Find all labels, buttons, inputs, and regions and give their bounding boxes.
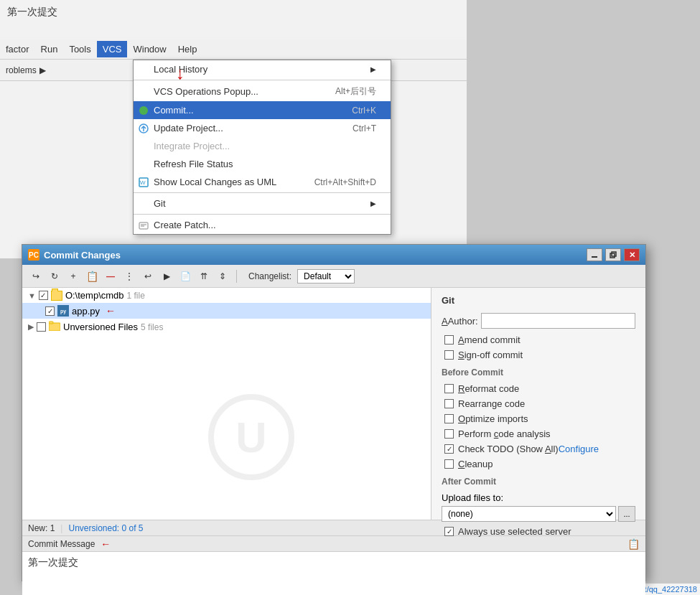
toolbar-problems[interactable]: roblems bbox=[6, 65, 37, 75]
folder-icon bbox=[51, 291, 62, 301]
vcs-menu-git[interactable]: Git ▶ bbox=[134, 195, 391, 212]
toolbar-undo-btn[interactable]: ↩ bbox=[140, 268, 156, 284]
author-input[interactable] bbox=[481, 313, 635, 329]
commit-icon bbox=[138, 105, 149, 116]
unversioned-expand-arrow: ▶ bbox=[28, 322, 34, 332]
file-tree-item-apppy[interactable]: py app.py ← bbox=[22, 303, 431, 319]
apppy-checkbox[interactable] bbox=[45, 306, 55, 316]
git-label: Git bbox=[154, 198, 166, 209]
folder-checkbox[interactable] bbox=[39, 291, 48, 300]
optimize-checkbox[interactable] bbox=[444, 414, 454, 423]
menu-item-factor[interactable]: factor bbox=[0, 41, 35, 57]
vcs-menu-commit[interactable]: Commit... Ctrl+K bbox=[134, 101, 391, 119]
operations-popup-shortcut: Alt+后引号 bbox=[335, 85, 376, 98]
check-todo-label: Check TODO (Show All) bbox=[458, 444, 559, 454]
patch-icon bbox=[138, 220, 149, 231]
toolbar-more-btn[interactable]: ⋮ bbox=[121, 268, 137, 284]
toolbar-diff-btn[interactable]: ⇕ bbox=[215, 268, 230, 284]
vcs-menu-show-uml[interactable]: W Show Local Changes as UML Ctrl+Alt+Shi… bbox=[134, 173, 391, 191]
submenu-arrow: ▶ bbox=[370, 65, 376, 73]
update-shortcut: Ctrl+T bbox=[353, 123, 376, 133]
uml-icon: W bbox=[138, 177, 149, 188]
file-tree-folder-cmdb[interactable]: ▼ O:\temp\cmdb 1 file bbox=[22, 288, 431, 303]
upload-row: (none) ... bbox=[442, 506, 635, 522]
menu-item-tools[interactable]: Tools bbox=[63, 41, 96, 57]
vcs-menu-operations-popup[interactable]: VCS Operations Popup... Alt+后引号 bbox=[134, 82, 391, 101]
toolbar-run-btn[interactable]: ▶ bbox=[159, 268, 174, 284]
file-tree-unversioned[interactable]: ▶ Unversioned Files 5 files bbox=[22, 319, 431, 335]
sign-off-checkbox[interactable] bbox=[444, 350, 454, 360]
menu-item-vcs[interactable]: VCS bbox=[97, 41, 128, 57]
amend-checkbox[interactable] bbox=[444, 335, 454, 345]
upload-label: Upload files to: bbox=[442, 492, 635, 503]
dialog-close-btn[interactable]: ✕ bbox=[624, 248, 640, 261]
upload-select[interactable]: (none) bbox=[442, 506, 616, 522]
svg-rect-7 bbox=[610, 253, 615, 258]
apppy-arrow-indicator: ← bbox=[106, 305, 116, 317]
reformat-checkbox[interactable] bbox=[444, 384, 454, 393]
rearrange-label: Rearrange code bbox=[458, 398, 525, 409]
commit-message-area: Commit Message ← 📋 第一次提交 bbox=[22, 535, 645, 595]
toolbar-up-btn[interactable]: ⇈ bbox=[196, 268, 212, 284]
page-title: 第一次提交 bbox=[7, 6, 57, 19]
always-use-checkbox[interactable] bbox=[444, 527, 454, 536]
dialog-toolbar: ↪ ↻ + 📋 — ⋮ ↩ ▶ 📄 ⇈ ⇕ Changelist: Defaul… bbox=[22, 265, 645, 288]
changelist-select[interactable]: Default bbox=[297, 269, 355, 284]
configure-link[interactable]: Configure bbox=[559, 444, 599, 454]
show-uml-label: Show Local Changes as UML bbox=[154, 177, 276, 187]
svg-rect-8 bbox=[612, 252, 616, 256]
toolbar-new-btn[interactable]: + bbox=[65, 268, 81, 284]
rearrange-row: Rearrange code bbox=[442, 398, 635, 409]
unversioned-checkbox[interactable] bbox=[37, 322, 46, 332]
toolbar-separator bbox=[236, 270, 237, 283]
upload-browse-btn[interactable]: ... bbox=[618, 506, 635, 522]
code-analysis-label: Perform code analysis bbox=[458, 428, 551, 439]
commit-message-icon[interactable]: 📋 bbox=[627, 538, 640, 550]
dialog-restore-btn[interactable] bbox=[605, 248, 621, 261]
dialog-title: Commit Changes bbox=[44, 250, 587, 261]
menu-item-run[interactable]: Run bbox=[35, 41, 64, 57]
toolbar-expand[interactable]: ▶ bbox=[39, 65, 46, 75]
dialog-minimize-btn[interactable] bbox=[587, 248, 602, 261]
cleanup-row: Cleanup bbox=[442, 459, 635, 469]
check-todo-checkbox[interactable] bbox=[444, 444, 454, 454]
reformat-label: Reformat code bbox=[458, 383, 519, 394]
git-panel: Git AAuthor: Amend commit Sign-off commi… bbox=[431, 288, 645, 520]
author-label: AAuthor: bbox=[442, 316, 481, 327]
changelist-label: Changelist: bbox=[248, 271, 291, 281]
toolbar-add-btn[interactable]: ↪ bbox=[28, 268, 44, 284]
optimize-row: Optimize imports bbox=[442, 413, 635, 424]
vcs-menu-create-patch[interactable]: Create Patch... bbox=[134, 216, 391, 234]
cleanup-checkbox[interactable] bbox=[444, 459, 454, 469]
rearrange-checkbox[interactable] bbox=[444, 399, 454, 408]
commit-message-text[interactable]: 第一次提交 bbox=[22, 552, 645, 573]
always-use-row: Always use selected server bbox=[442, 526, 635, 537]
check-todo-row: Check TODO (Show All) Configure bbox=[442, 444, 635, 454]
vcs-menu-local-history[interactable]: Local History ▶ bbox=[134, 60, 391, 78]
menu-item-window[interactable]: Window bbox=[127, 41, 172, 57]
svg-rect-6 bbox=[592, 256, 597, 258]
commit-message-title: Commit Message bbox=[28, 539, 95, 549]
vcs-menu-update-project[interactable]: Update Project... Ctrl+T bbox=[134, 119, 391, 137]
commit-message-arrow: ← bbox=[101, 538, 111, 550]
toolbar-doc-btn[interactable]: 📄 bbox=[177, 268, 193, 284]
unversioned-label: Unversioned Files bbox=[63, 322, 138, 332]
toolbar-copy-btn[interactable]: 📋 bbox=[84, 268, 100, 284]
reformat-row: Reformat code bbox=[442, 383, 635, 394]
code-analysis-checkbox[interactable] bbox=[444, 429, 454, 439]
sign-off-label: Sign-off commit bbox=[458, 350, 523, 360]
toolbar-refresh-btn[interactable]: ↻ bbox=[47, 268, 62, 284]
status-unversioned: Unversioned: 0 of 5 bbox=[68, 523, 143, 533]
menu-item-help[interactable]: Help bbox=[172, 41, 203, 57]
unversioned-count: 5 files bbox=[141, 322, 163, 332]
author-field: AAuthor: bbox=[442, 313, 635, 329]
unversioned-folder-icon bbox=[49, 321, 60, 333]
vcs-menu-refresh-status[interactable]: Refresh File Status bbox=[134, 155, 391, 173]
commit-shortcut: Ctrl+K bbox=[352, 106, 376, 116]
commit-dialog: PC Commit Changes ✕ ↪ ↻ + 📋 — ⋮ ↩ ▶ 📄 ⇈ … bbox=[22, 244, 646, 581]
svg-rect-10 bbox=[49, 322, 53, 324]
uml-shortcut: Ctrl+Alt+Shift+D bbox=[314, 177, 376, 187]
svg-rect-9 bbox=[49, 323, 60, 331]
update-project-label: Update Project... bbox=[154, 123, 223, 133]
toolbar-remove-btn[interactable]: — bbox=[103, 268, 118, 284]
